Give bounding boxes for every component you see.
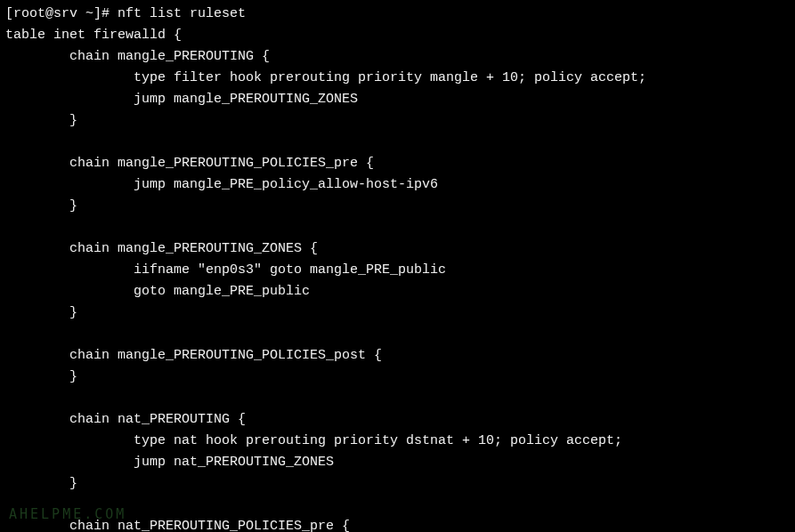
output-line: type filter hook prerouting priority man… — [5, 70, 646, 85]
output-line: chain mangle_PREROUTING_POLICIES_post { — [5, 348, 382, 363]
output-line: type nat hook prerouting priority dstnat… — [5, 433, 622, 448]
output-line: iifname "enp0s3" goto mangle_PRE_public — [5, 262, 446, 278]
output-line: } — [5, 305, 77, 320]
output-line: goto mangle_PRE_public — [5, 284, 310, 299]
output-line: chain nat_PREROUTING { — [5, 412, 246, 427]
output-line: jump nat_PREROUTING_ZONES — [5, 455, 334, 470]
output-line: jump mangle_PREROUTING_ZONES — [5, 92, 358, 107]
output-line: chain mangle_PREROUTING_POLICIES_pre { — [5, 156, 374, 171]
output-line: } — [5, 113, 77, 128]
output-line: } — [5, 476, 77, 491]
output-line: } — [5, 369, 77, 384]
output-line: jump mangle_PRE_policy_allow-host-ipv6 — [5, 177, 438, 192]
output-line: table inet firewalld { — [5, 28, 182, 43]
output-line: } — [5, 198, 77, 214]
shell-prompt: [root@srv ~]# — [5, 6, 118, 21]
output-line: chain mangle_PREROUTING { — [5, 49, 270, 64]
output-line: chain nat_PREROUTING_POLICIES_pre { — [5, 519, 350, 532]
output-line: chain mangle_PREROUTING_ZONES { — [5, 241, 318, 256]
shell-command: nft list ruleset — [118, 6, 246, 21]
terminal-output[interactable]: [root@srv ~]# nft list ruleset table ine… — [0, 0, 795, 532]
